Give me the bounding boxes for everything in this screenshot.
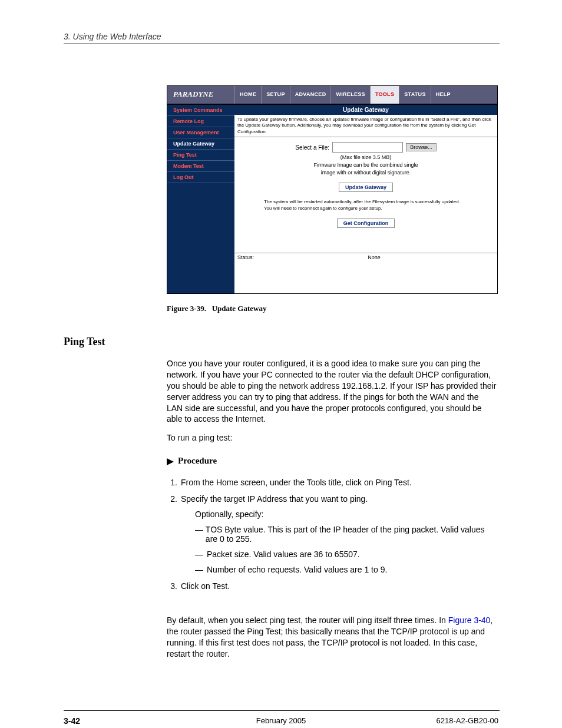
select-file-label: Select a File: <box>295 144 329 151</box>
nav-home[interactable]: HOME <box>234 86 261 104</box>
content-description: To update your gateway firmware, choose … <box>234 115 497 137</box>
optionally-text: Optionally, specify: <box>195 509 498 519</box>
sidebar-item-remote-log[interactable]: Remote Log <box>167 116 234 127</box>
restart-note: The system will be restarted automatical… <box>234 199 497 211</box>
screenshot-update-gateway: PARADYNE HOME SETUP ADVANCED WIRELESS TO… <box>167 85 498 294</box>
procedure-heading: Procedure <box>178 456 217 466</box>
sidebar-item-modem-test[interactable]: Modem Test <box>167 161 234 172</box>
get-configuration-button[interactable]: Get Configuration <box>337 219 395 228</box>
list-number: 3. <box>167 581 181 591</box>
nav-advanced[interactable]: ADVANCED <box>290 86 331 104</box>
procedure-arrow-icon <box>167 458 174 465</box>
brand-logo: PARADYNE <box>167 86 234 104</box>
list-number: 2. <box>167 494 181 574</box>
firmware-note-2: image with or without digital signature. <box>234 170 497 176</box>
page-header: 3. Using the Web Interface <box>64 32 161 41</box>
procedure-list: 1. From the Home screen, under the Tools… <box>167 478 498 598</box>
footer-rule <box>64 710 500 711</box>
paragraph-run-ping: To run a ping test: <box>167 432 497 444</box>
paragraph-intro: Once you have your router configured, it… <box>167 358 497 425</box>
sidebar-item-user-management[interactable]: User Management <box>167 127 234 138</box>
sidebar: System Commands Remote Log User Manageme… <box>167 105 234 293</box>
status-bar: Status: None <box>234 253 497 262</box>
dash-item: —TOS Byte value. This is part of the IP … <box>195 525 498 544</box>
nav-help[interactable]: HELP <box>431 86 455 104</box>
section-heading-ping-test: Ping Test <box>64 336 105 348</box>
list-item: 3. Click on Test. <box>167 581 498 591</box>
sidebar-item-update-gateway[interactable]: Update Gateway <box>167 138 234 150</box>
header-rule <box>64 44 500 44</box>
nav-status[interactable]: STATUS <box>399 86 430 104</box>
sidebar-item-ping-test[interactable]: Ping Test <box>167 150 234 161</box>
sidebar-item-system-commands[interactable]: System Commands <box>167 105 234 116</box>
list-body: Specify the target IP Address that you w… <box>181 494 498 574</box>
status-value: None <box>254 254 494 260</box>
top-nav-bar: PARADYNE HOME SETUP ADVANCED WIRELESS TO… <box>167 86 497 104</box>
list-item: 2. Specify the target IP Address that yo… <box>167 494 498 574</box>
list-number: 1. <box>167 478 181 487</box>
figure-caption: Figure 3-39. Update Gateway <box>167 304 266 313</box>
nav-wireless[interactable]: WIRELESS <box>330 86 369 104</box>
list-body: Click on Test. <box>181 581 498 591</box>
nav-setup[interactable]: SETUP <box>261 86 290 104</box>
max-file-size-note: (Max file size 3.5 MB) <box>234 154 497 160</box>
update-gateway-button[interactable]: Update Gateway <box>339 183 393 192</box>
footer-docnum: 6218-A2-GB20-00 <box>436 716 498 725</box>
content-title: Update Gateway <box>234 105 497 115</box>
list-body: From the Home screen, under the Tools ti… <box>181 478 498 487</box>
status-label: Status: <box>237 254 254 260</box>
nav-tools[interactable]: TOOLS <box>370 86 399 104</box>
figure-title: Update Gateway <box>212 304 267 313</box>
firmware-note-1: Firmware Image can be the combined singl… <box>234 162 497 168</box>
content-area: Update Gateway To update your gateway fi… <box>234 105 497 293</box>
file-input[interactable] <box>332 142 403 153</box>
list-item: 1. From the Home screen, under the Tools… <box>167 478 498 487</box>
sidebar-item-log-out[interactable]: Log Out <box>167 172 234 183</box>
browse-button[interactable]: Browse... <box>406 143 437 151</box>
dash-item: —Number of echo requests. Valid values a… <box>195 565 498 574</box>
paragraph-default: By default, when you select ping test, t… <box>167 615 497 660</box>
figure-label: Figure 3-39. <box>167 304 206 313</box>
figure-link[interactable]: Figure 3-40 <box>448 616 491 625</box>
dash-item: —Packet size. Valid values are 36 to 655… <box>195 550 498 559</box>
